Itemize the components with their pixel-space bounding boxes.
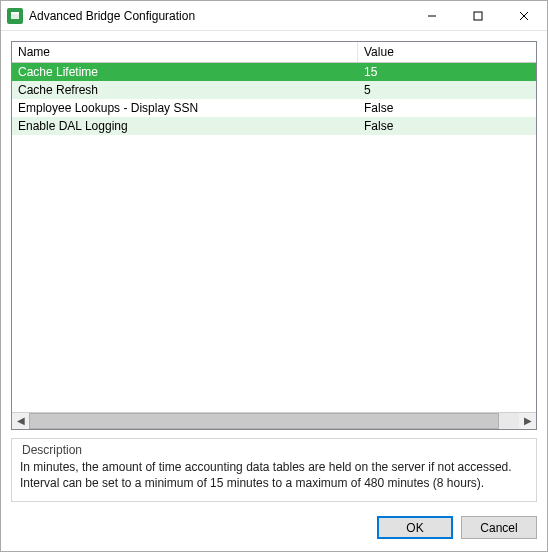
svg-rect-3 xyxy=(474,12,482,20)
cancel-button[interactable]: Cancel xyxy=(461,516,537,539)
grid-body: Cache Lifetime 15 Cache Refresh 5 Employ… xyxy=(12,63,536,412)
grid-header: Name Value xyxy=(12,42,536,63)
window-title: Advanced Bridge Configuration xyxy=(29,9,409,23)
svg-rect-1 xyxy=(11,12,19,14)
description-label: Description xyxy=(20,443,528,457)
cell-value: 5 xyxy=(358,81,536,99)
cell-value: False xyxy=(358,117,536,135)
maximize-button[interactable] xyxy=(455,1,501,30)
column-header-name[interactable]: Name xyxy=(12,42,358,62)
description-group: Description In minutes, the amount of ti… xyxy=(11,438,537,502)
table-row[interactable]: Employee Lookups - Display SSN False xyxy=(12,99,536,117)
ok-button[interactable]: OK xyxy=(377,516,453,539)
close-button[interactable] xyxy=(501,1,547,30)
table-row[interactable]: Cache Lifetime 15 xyxy=(12,63,536,81)
chevron-right-icon: ▶ xyxy=(524,415,532,426)
minimize-icon xyxy=(427,11,437,21)
scroll-thumb[interactable] xyxy=(29,413,499,429)
table-row[interactable]: Cache Refresh 5 xyxy=(12,81,536,99)
scroll-track[interactable] xyxy=(29,413,519,429)
svg-rect-0 xyxy=(11,14,19,19)
settings-grid[interactable]: Name Value Cache Lifetime 15 Cache Refre… xyxy=(11,41,537,430)
cell-value: False xyxy=(358,99,536,117)
window-controls xyxy=(409,1,547,30)
cell-name: Cache Refresh xyxy=(12,81,358,99)
titlebar[interactable]: Advanced Bridge Configuration xyxy=(1,1,547,31)
table-row[interactable]: Enable DAL Logging False xyxy=(12,117,536,135)
cell-value: 15 xyxy=(358,63,536,81)
scroll-left-button[interactable]: ◀ xyxy=(12,413,29,429)
maximize-icon xyxy=(473,11,483,21)
client-area: Name Value Cache Lifetime 15 Cache Refre… xyxy=(1,31,547,551)
cell-name: Cache Lifetime xyxy=(12,63,358,81)
scroll-right-button[interactable]: ▶ xyxy=(519,413,536,429)
horizontal-scrollbar[interactable]: ◀ ▶ xyxy=(12,412,536,429)
chevron-left-icon: ◀ xyxy=(17,415,25,426)
cell-name: Enable DAL Logging xyxy=(12,117,358,135)
minimize-button[interactable] xyxy=(409,1,455,30)
description-text: In minutes, the amount of time accountin… xyxy=(20,459,528,491)
cell-name: Employee Lookups - Display SSN xyxy=(12,99,358,117)
dialog-buttons: OK Cancel xyxy=(11,510,537,539)
dialog-window: Advanced Bridge Configuration Name Value… xyxy=(0,0,548,552)
close-icon xyxy=(519,11,529,21)
column-header-value[interactable]: Value xyxy=(358,42,536,62)
app-icon xyxy=(7,8,23,24)
